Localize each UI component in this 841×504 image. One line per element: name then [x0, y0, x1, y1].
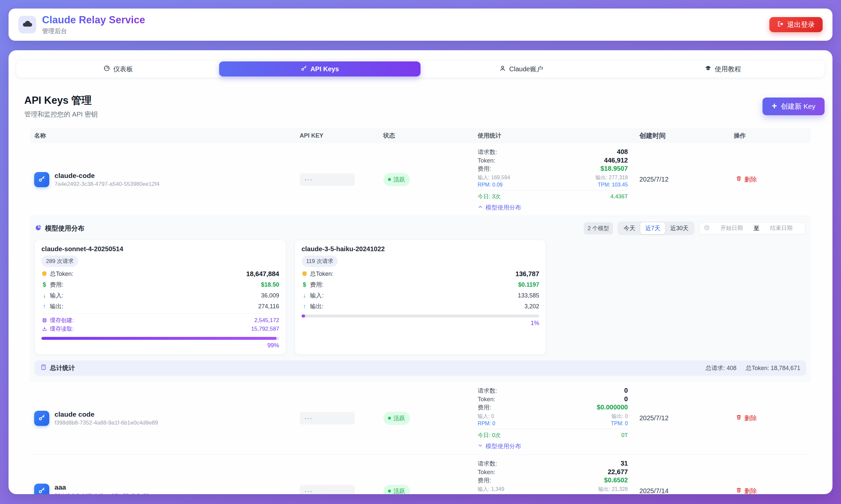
empty-grid-cell	[555, 240, 806, 355]
created-date: 2025/7/14	[635, 487, 730, 494]
total-token-value: 18,647,884	[246, 270, 279, 278]
cost-label: 费用:	[478, 403, 491, 411]
calculator-icon	[40, 364, 47, 372]
arrow-up-icon: ↑	[302, 303, 308, 310]
usage-percent: 99%	[41, 342, 279, 349]
api-key-masked[interactable]: ···	[300, 173, 355, 186]
token-label: Token:	[478, 396, 495, 403]
token-value: 22,677	[608, 468, 628, 476]
model-requests-badge: 119 次请求	[302, 255, 338, 267]
requests-value: 408	[617, 148, 628, 156]
tab-bar: 仪表板 API Keys Claude账户 使用教程	[16, 60, 825, 78]
api-key-masked[interactable]: ···	[300, 412, 355, 425]
period-today-button[interactable]: 今天	[618, 222, 640, 234]
key-badge	[34, 172, 49, 187]
col-header-created: 创建时间	[635, 131, 730, 140]
api-key-mask-text: ···	[304, 414, 313, 422]
model-cost-label: 费用:	[310, 281, 323, 289]
model-cards-grid: claude-sonnet-4-20250514 289 次请求 总Token:…	[35, 240, 806, 355]
created-date: 2025/7/12	[635, 414, 730, 422]
delete-label: 删除	[744, 175, 757, 184]
model-usage-toggle[interactable]: 模型使用分布	[478, 203, 628, 212]
app-header: Claude Relay Service 管理后台 退出登录	[8, 8, 833, 41]
logout-button[interactable]: 退出登录	[769, 17, 823, 32]
api-key-name: aaa	[54, 483, 156, 491]
date-range-picker[interactable]: 至	[699, 222, 806, 234]
api-keys-table: 名称 API KEY 状态 使用统计 创建时间 操作 claude-code 7…	[30, 128, 811, 494]
start-date-input[interactable]	[712, 224, 751, 232]
col-header-stats: 使用统计	[473, 132, 635, 140]
tab-dashboard[interactable]: 仪表板	[17, 61, 219, 76]
main-panel: 仪表板 API Keys Claude账户 使用教程 API Keys 管理 管…	[8, 50, 833, 494]
table-row: claude-code 7a4e2492-3c38-4797-a540-5539…	[30, 143, 811, 216]
status-label: 活跃	[393, 414, 405, 422]
app-subtitle: 管理后台	[42, 27, 145, 35]
model-usage-toggle[interactable]: 模型使用分布	[478, 442, 628, 450]
end-date-input[interactable]	[762, 224, 801, 232]
app-titles: Claude Relay Service 管理后台	[42, 14, 145, 35]
chevron-down-icon	[478, 443, 483, 450]
create-key-button[interactable]: + 创建新 Key	[763, 97, 825, 115]
table-row: claude code f398d8b8-7352-4a88-9a1f-6b1e…	[30, 382, 811, 455]
cost-label: 费用:	[478, 476, 491, 484]
date-to-label: 至	[754, 224, 759, 232]
input-tokens: 输入: 0	[478, 413, 494, 420]
delete-label: 删除	[744, 487, 757, 494]
requests-label: 请求数:	[478, 387, 497, 395]
model-input-label: 输入:	[310, 291, 323, 300]
trash-icon	[736, 487, 742, 494]
status-badge: 活跃	[383, 173, 410, 186]
delete-label: 删除	[744, 414, 757, 422]
api-key-name: claude code	[54, 410, 158, 418]
status-label: 活跃	[393, 176, 405, 183]
status-badge: 活跃	[383, 412, 410, 425]
api-key-masked[interactable]: ···	[300, 485, 355, 494]
total-token-value: 136,787	[515, 270, 539, 278]
model-name: claude-sonnet-4-20250514	[41, 245, 279, 253]
tab-claude-account-label: Claude账户	[509, 65, 543, 74]
model-input-value: 133,585	[518, 292, 539, 299]
tab-tutorial[interactable]: 使用教程	[622, 61, 824, 76]
col-header-actions: 操作	[730, 132, 811, 140]
totals-title: 总计统计	[50, 364, 75, 372]
rpm-value: RPM: 0.09	[478, 182, 503, 188]
status-dot	[388, 178, 391, 181]
create-key-label: 创建新 Key	[781, 102, 816, 111]
usage-progress-fill	[302, 314, 305, 318]
token-value: 446,912	[604, 157, 628, 164]
model-output-label: 输出:	[50, 302, 64, 310]
tab-api-keys-label: API Keys	[311, 65, 339, 73]
total-token-label: 总Token:	[310, 270, 333, 278]
output-tokens: 输出: 0	[611, 413, 628, 420]
output-tokens: 输出: 277,318	[595, 174, 628, 181]
period-30d-button[interactable]: 近30天	[665, 222, 694, 234]
today-requests: 今日: 3次	[478, 193, 501, 200]
model-output-value: 3,202	[524, 303, 539, 310]
api-key-id: 50dd6db8-4df0-4d8e-a12b-95afb6e6fbcc	[54, 492, 156, 494]
model-input-label: 输入:	[50, 291, 64, 300]
period-7d-button[interactable]: 近7天	[640, 222, 665, 234]
tab-api-keys[interactable]: API Keys	[219, 61, 421, 76]
model-usage-toggle-label: 模型使用分布	[486, 203, 521, 212]
logout-icon	[777, 21, 784, 29]
token-label: Token:	[478, 157, 495, 164]
col-header-key: API KEY	[295, 132, 379, 139]
cache-create-label: 缓存创建:	[50, 317, 74, 324]
api-key-mask-text: ···	[304, 176, 313, 183]
status-dot	[388, 489, 391, 492]
delete-button[interactable]: 删除	[734, 414, 759, 423]
usage-percent: 1%	[302, 320, 539, 327]
model-cost-value: $0.1197	[518, 282, 539, 288]
api-key-id: f398d8b8-7352-4a88-9a1f-6b1e0c4d8e89	[54, 420, 158, 426]
graduation-cap-icon	[705, 65, 712, 73]
gauge-icon	[104, 65, 110, 73]
clock-icon	[704, 225, 709, 232]
tab-claude-account[interactable]: Claude账户	[421, 61, 622, 76]
status-dot	[388, 417, 391, 420]
dollar-icon: $	[302, 282, 308, 288]
totals-bar: 总计统计 总请求: 408 总Token: 18,784,671	[35, 361, 806, 376]
usage-progress-bar	[41, 337, 279, 340]
delete-button[interactable]: 删除	[734, 487, 759, 494]
chevron-up-icon	[478, 204, 483, 211]
delete-button[interactable]: 删除	[734, 175, 759, 184]
